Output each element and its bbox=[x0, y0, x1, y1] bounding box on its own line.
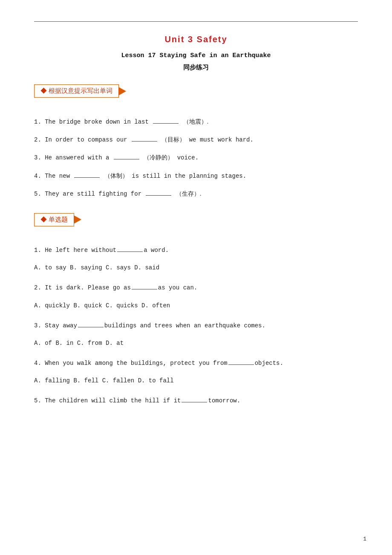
blank-c2 bbox=[132, 289, 157, 289]
section-choice: ◆ 单选题 1. He left here withouta word. A. … bbox=[34, 213, 358, 407]
sub-title: 同步练习 bbox=[34, 64, 358, 72]
section2-header: ◆ 单选题 bbox=[34, 213, 74, 226]
blank-4 bbox=[74, 177, 100, 178]
choice-q4: 4. When you walk among the buildings, pr… bbox=[34, 358, 358, 369]
blank-2 bbox=[132, 141, 157, 142]
section-vocab: ◆ 根据汉意提示写出单词 1. The bridge broke down in… bbox=[34, 84, 358, 199]
choice-q2: 2. It is dark. Please go asas you can. bbox=[34, 283, 358, 293]
vocab-q5: 5. They are still fighting for （生存）. bbox=[34, 188, 358, 199]
blank-1 bbox=[153, 123, 179, 124]
blank-c1 bbox=[117, 251, 143, 252]
choice-q4-options: A. falling B. fell C. fallen D. to fall bbox=[34, 376, 358, 386]
page-number: 1 bbox=[363, 536, 366, 542]
choice-q5: 5. The children will climb the hill if i… bbox=[34, 396, 358, 406]
choice-q3-options: A. of B. in C. from D. at bbox=[34, 338, 358, 349]
vocab-q2: 2. In order to compass our （目标） we must … bbox=[34, 134, 358, 145]
vocab-q1: 1. The bridge broke down in last （地震）. bbox=[34, 116, 358, 127]
section1-header: ◆ 根据汉意提示写出单词 bbox=[34, 84, 119, 98]
vocab-q3: 3. He answered with a （冷静的） voice. bbox=[34, 152, 358, 163]
choice-q1: 1. He left here withouta word. bbox=[34, 245, 358, 256]
top-divider bbox=[34, 21, 358, 22]
blank-c3 bbox=[78, 327, 104, 327]
unit-title: Unit 3 Safety bbox=[34, 35, 358, 44]
choice-q2-options: A. quickly B. quick C. quicks D. often bbox=[34, 301, 358, 311]
vocab-q4: 4. The new （体制） is still in the planning… bbox=[34, 171, 358, 182]
choice-q3: 3. Stay awaybuildings and trees when an … bbox=[34, 321, 358, 331]
choice-q1-options: A. to say B. saying C. says D. said bbox=[34, 263, 358, 273]
lesson-title: Lesson 17 Staying Safe in an Earthquake bbox=[34, 52, 358, 59]
blank-c5 bbox=[182, 402, 207, 402]
blank-5 bbox=[146, 195, 171, 196]
blank-3 bbox=[114, 159, 139, 159]
blank-c4 bbox=[228, 364, 254, 365]
